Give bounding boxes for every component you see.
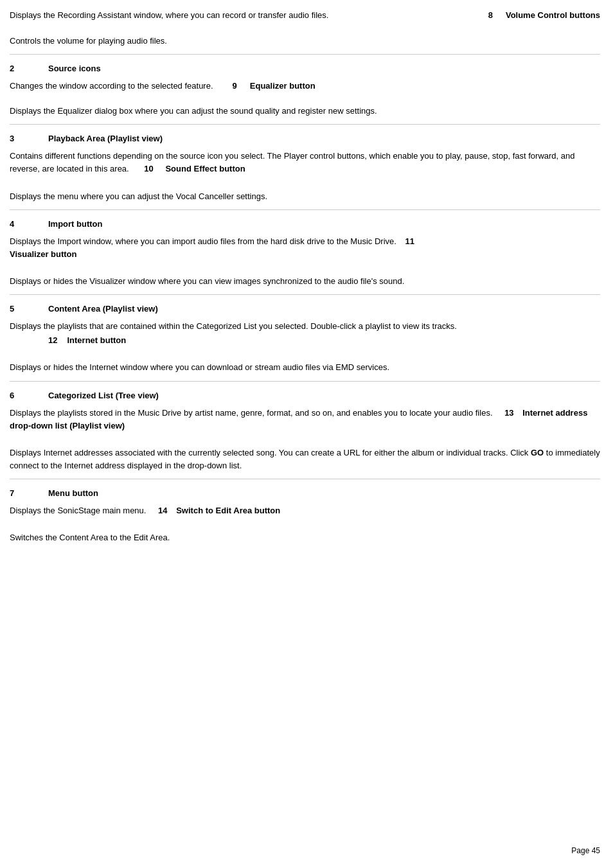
section-3-number: 3 — [10, 134, 48, 143]
divider-2 — [10, 124, 600, 125]
section-7-header: 7 Menu button — [10, 488, 600, 498]
divider-5 — [10, 381, 600, 382]
spacer-9 — [10, 352, 600, 357]
divider-4 — [10, 294, 600, 295]
section-9-desc: Displays the Equalizer dialog box where … — [10, 105, 600, 118]
section-3-header: 3 Playback Area (Playlist view) — [10, 134, 600, 143]
section-4-number: 4 — [10, 219, 48, 229]
section-14-title: Switch to Edit Area button — [176, 506, 280, 515]
section-9-number: 9 — [233, 81, 237, 91]
spacer-10 — [10, 402, 600, 407]
section-13-number: 13 — [504, 408, 513, 418]
section-12-desc: Displays or hides the Internet window wh… — [10, 361, 600, 374]
spacer-3 — [10, 96, 600, 101]
section-10-title: Sound Effect button — [165, 164, 245, 173]
section-5-desc: Displays the playlists that are containe… — [10, 321, 457, 331]
section-8-title: Volume Control buttons — [506, 10, 600, 20]
section-6-header: 6 Categorized List (Tree view) — [10, 391, 600, 400]
section-7-title: Menu button — [48, 488, 98, 498]
section-12-title: Internet button — [67, 334, 126, 347]
section-3-title: Playback Area (Playlist view) — [48, 134, 163, 143]
section-6-number: 6 — [10, 391, 48, 400]
spacer-4 — [10, 145, 600, 150]
intro-row: Displays the Recording Assistant window,… — [10, 9, 600, 22]
section-5-number: 5 — [10, 304, 48, 314]
intro-text: Displays the Recording Assistant window,… — [10, 9, 469, 22]
section-7-desc: Displays the SonicStage main menu. — [10, 506, 146, 515]
spacer-2 — [10, 75, 600, 80]
spacer-8 — [10, 315, 600, 320]
section-10-desc: Displays the menu where you can adjust t… — [10, 190, 600, 203]
page-number: Page 45 — [571, 846, 600, 855]
go-bold: GO — [531, 448, 544, 457]
section-11-number: 11 — [405, 236, 414, 246]
section-4-header: 4 Import button — [10, 219, 600, 229]
section-14-number: 14 — [158, 506, 167, 515]
section-2-title: Source icons — [48, 64, 101, 73]
section-5-title: Content Area (Playlist view) — [48, 304, 158, 314]
section-5-header: 5 Content Area (Playlist view) — [10, 304, 600, 314]
spacer-1 — [10, 26, 600, 31]
section-12-number: 12 — [48, 334, 57, 347]
section-2-number: 2 — [10, 64, 48, 73]
section-11-desc: Displays or hides the Visualizer window … — [10, 275, 600, 288]
divider-6 — [10, 479, 600, 479]
section-11-title: Visualizer button — [10, 249, 77, 259]
spacer-13 — [10, 522, 600, 527]
section-14-desc: Switches the Content Area to the Edit Ar… — [10, 531, 600, 544]
spacer-11 — [10, 438, 600, 443]
section-13-desc: Displays Internet addresses associated w… — [10, 447, 600, 472]
section-4-desc: Displays the Import window, where you ca… — [10, 236, 396, 246]
section-2-9-row: Changes the window according to the sele… — [10, 80, 600, 93]
divider-1 — [10, 54, 600, 55]
divider-3 — [10, 209, 600, 210]
spacer-5 — [10, 181, 600, 186]
section-4-title: Import button — [48, 219, 102, 229]
section-3-10-row: Contains different functions depending o… — [10, 150, 600, 175]
section-6-title: Categorized List (Tree view) — [48, 391, 159, 400]
section-9-title: Equalizer button — [250, 81, 315, 91]
section-8-number: 8 — [488, 10, 493, 20]
spacer-6 — [10, 230, 600, 235]
section-7-14-row: Displays the SonicStage main menu. 14 Sw… — [10, 504, 600, 517]
section-2-header: 2 Source icons — [10, 64, 600, 73]
section-4-11-row: Displays the Import window, where you ca… — [10, 235, 600, 261]
spacer-7 — [10, 266, 600, 271]
section-7-number: 7 — [10, 488, 48, 498]
section-10-number: 10 — [144, 164, 153, 173]
section-3-desc: Contains different functions depending o… — [10, 151, 575, 173]
section-6-desc: Displays the playlists stored in the Mus… — [10, 408, 493, 418]
section-6-13-row: Displays the playlists stored in the Mus… — [10, 407, 600, 432]
section-12-header-inline: 12 Internet button — [48, 334, 600, 347]
section-5-12-row: Displays the playlists that are containe… — [10, 320, 600, 347]
section-2-desc: Changes the window according to the sele… — [10, 80, 213, 93]
spacer-12 — [10, 499, 600, 504]
section-8-desc: Controls the volume for playing audio fi… — [10, 35, 600, 48]
